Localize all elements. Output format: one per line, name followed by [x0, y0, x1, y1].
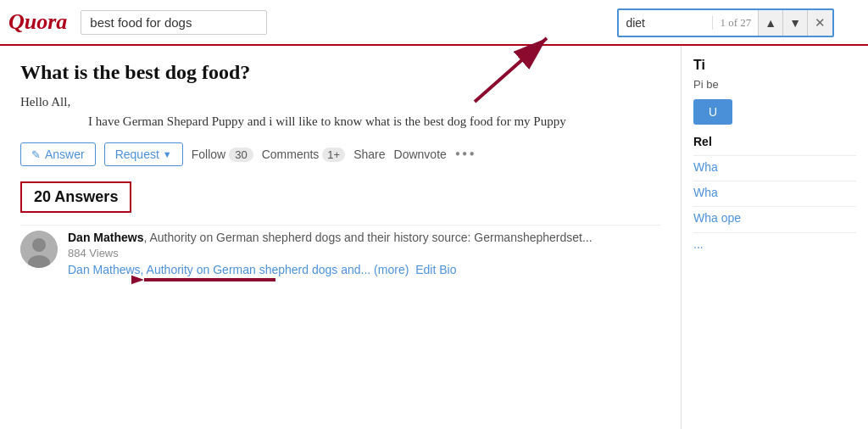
find-input[interactable]	[619, 13, 712, 33]
answer-meta: Dan Mathews, Authority on German shepher…	[68, 231, 660, 276]
avatar-image	[20, 231, 58, 268]
content-area: What is the best dog food? Hello All, I …	[0, 46, 682, 429]
request-button[interactable]: Request ▼	[104, 142, 183, 166]
answer-button[interactable]: ✎ Answer	[20, 142, 96, 166]
view-count: 884 Views	[68, 247, 660, 259]
share-link[interactable]: Share	[353, 148, 385, 161]
question-body: Hello All, I have German Shepard Puppy a…	[20, 92, 660, 131]
sidebar-cta-button[interactable]: U	[693, 99, 732, 125]
answers-section: 20 Answers	[20, 181, 131, 213]
author-line: Dan Mathews, Authority on German shepher…	[68, 231, 660, 245]
follow-count: 30	[229, 148, 253, 162]
find-next-button[interactable]: ▼	[782, 10, 807, 36]
question-title: What is the best dog food?	[20, 61, 660, 84]
avatar	[20, 231, 58, 268]
related-title: Rel	[693, 135, 856, 148]
request-label: Request	[115, 148, 159, 161]
main-layout: What is the best dog food? Hello All, I …	[0, 46, 868, 429]
related-item-3[interactable]: ...	[693, 237, 856, 252]
answer-entry: Dan Mathews, Authority on German shepher…	[20, 225, 660, 276]
answer-label: Answer	[45, 148, 85, 161]
answers-count: 20 Answers	[34, 188, 118, 205]
quora-logo[interactable]: Quora	[8, 9, 67, 35]
body-intro: Hello All,	[20, 95, 70, 109]
follow-label: Follow	[192, 148, 225, 161]
dropdown-icon: ▼	[163, 149, 172, 159]
sidebar-desc: Pi be	[693, 78, 856, 91]
related-divider-1	[693, 181, 856, 181]
related-divider-3	[693, 232, 856, 233]
more-button[interactable]: •••	[455, 146, 476, 164]
downvote-link[interactable]: Downvote	[394, 148, 447, 161]
comments-label: Comments	[262, 148, 320, 161]
svg-point-1	[32, 238, 46, 252]
find-count: 1 of 27	[712, 16, 758, 30]
action-bar: ✎ Answer Request ▼ Follow 30 Comments 1+…	[20, 142, 660, 166]
find-bar: 1 of 27 ▲ ▼ ✕	[617, 8, 834, 37]
related-item-1[interactable]: Wha	[693, 185, 856, 200]
find-prev-button[interactable]: ▲	[758, 10, 782, 36]
comments-count: 1+	[322, 148, 345, 162]
sidebar-title: Ti	[693, 58, 856, 73]
more-link[interactable]: (more)	[374, 263, 409, 276]
search-input[interactable]	[81, 10, 267, 35]
preview-text: Dan Mathews, Authority on German shepher…	[68, 263, 370, 276]
related-divider-2	[693, 206, 856, 207]
related-divider	[693, 155, 856, 156]
edit-bio-link[interactable]: Edit Bio	[415, 263, 456, 276]
follow-link[interactable]: Follow 30	[192, 148, 253, 162]
author-bio: , Authority on German shepherd dogs and …	[143, 231, 592, 244]
pencil-icon: ✎	[31, 148, 41, 161]
top-bar: Quora 1 of 27 ▲ ▼ ✕	[0, 0, 868, 46]
comments-link[interactable]: Comments 1+	[262, 148, 346, 162]
related-item-2[interactable]: Wha ope	[693, 210, 856, 226]
answer-preview: Dan Mathews, Authority on German shepher…	[68, 263, 660, 276]
body-detail: I have German Shepard Puppy and i will l…	[88, 112, 566, 131]
author-name[interactable]: Dan Mathews	[68, 231, 143, 244]
find-close-button[interactable]: ✕	[807, 10, 832, 36]
sidebar: Ti Pi be U Rel Wha Wha Wha ope ...	[682, 46, 868, 429]
related-item-0[interactable]: Wha	[693, 159, 856, 175]
